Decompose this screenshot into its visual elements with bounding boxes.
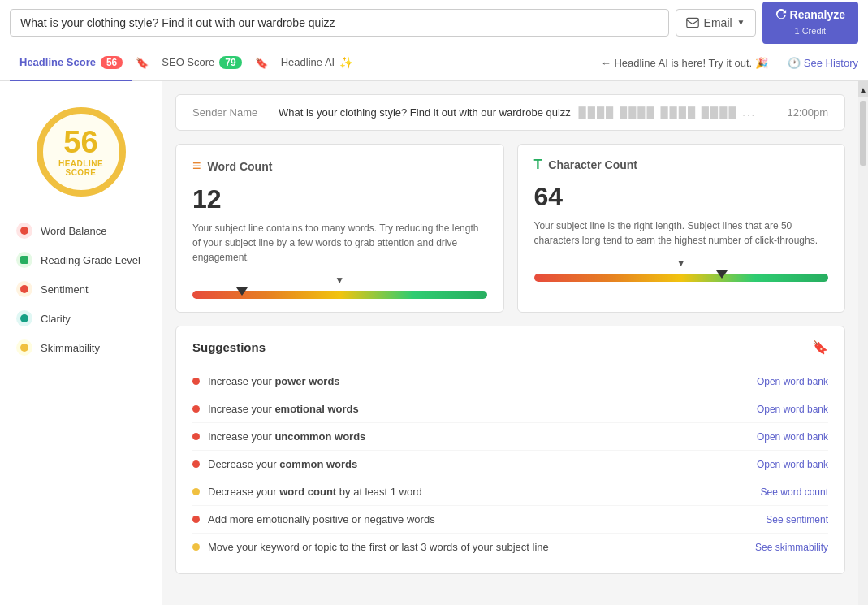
- scroll-up-button[interactable]: ▲: [858, 81, 868, 97]
- suggestion-link-6[interactable]: See sentiment: [766, 514, 828, 525]
- suggestion-text-2: Increase your emotional words: [208, 403, 359, 415]
- svg-point-3: [20, 285, 28, 293]
- tab-bookmark-1: 🔖: [136, 57, 149, 69]
- reading-grade-icon: [16, 252, 32, 268]
- suggestions-header: Suggestions 🔖: [192, 339, 828, 355]
- character-count-card: T Character Count 64 Your subject line i…: [517, 144, 846, 313]
- suggestion-left-4: Decrease your common words: [192, 458, 357, 470]
- score-label: HEADLINESCORE: [58, 159, 103, 177]
- reanalyze-label: Reanalyze: [790, 8, 845, 22]
- see-history-label: See History: [804, 57, 858, 69]
- suggestion-link-3[interactable]: Open word bank: [757, 431, 828, 443]
- suggestions-card: Suggestions 🔖 Increase your power words …: [175, 326, 845, 574]
- tab-seo-score[interactable]: SEO Score 79: [152, 45, 251, 81]
- headline-ai-notice: ← Headline AI is here! Try it out. 🎉: [601, 57, 768, 69]
- suggestion-item-4: Decrease your common words Open word ban…: [192, 451, 828, 478]
- sidebar-item-sentiment[interactable]: Sentiment: [0, 274, 162, 304]
- word-balance-label: Word Balance: [41, 225, 106, 237]
- sidebar: 56 HEADLINESCORE Word Balance Reading Gr…: [0, 81, 162, 605]
- dot-1: [192, 378, 200, 385]
- top-bar: Email ▼ Reanalyze 1 Credit: [0, 0, 868, 45]
- content-area: Sender Name What is your clothing style?…: [162, 81, 858, 605]
- refresh-icon: [775, 9, 787, 20]
- reanalyze-button[interactable]: Reanalyze 1 Credit: [762, 2, 858, 44]
- email-button[interactable]: Email ▼: [676, 9, 756, 37]
- scrollbar[interactable]: ▲: [858, 81, 868, 605]
- main-content: 56 HEADLINESCORE Word Balance Reading Gr…: [0, 81, 868, 605]
- tab-bookmark-2: 🔖: [255, 57, 268, 69]
- word-count-desc: Your subject line contains too many word…: [192, 221, 487, 265]
- tab-headline-label: Headline Score: [19, 56, 96, 68]
- char-count-indicator: [716, 270, 728, 279]
- email-preview: Sender Name What is your clothing style?…: [175, 94, 845, 131]
- skimmability-label: Skimmability: [41, 342, 100, 354]
- char-count-header: T Character Count: [534, 158, 829, 172]
- dot-5: [192, 488, 200, 495]
- skimmability-icon: [16, 339, 32, 356]
- suggestion-item-7: Move your keyword or topic to the first …: [192, 534, 828, 560]
- chevron-down-icon: ▼: [737, 18, 745, 27]
- sender-label: Sender Name: [192, 106, 266, 119]
- svg-point-4: [20, 314, 28, 322]
- word-count-card: ≡ Word Count 12 Your subject line contai…: [175, 144, 504, 313]
- dot-3: [192, 433, 200, 440]
- suggestion-left-3: Increase your uncommon words: [192, 430, 365, 443]
- suggestion-link-7[interactable]: See skimmability: [755, 542, 828, 553]
- sidebar-item-skimmability[interactable]: Skimmability: [0, 333, 162, 362]
- suggestion-item-1: Increase your power words Open word bank: [192, 368, 828, 395]
- word-count-header: ≡ Word Count: [192, 158, 487, 175]
- char-count-arrow: ▼: [534, 257, 829, 269]
- svg-point-1: [20, 227, 28, 235]
- search-input[interactable]: [10, 9, 669, 37]
- suggestion-left-1: Increase your power words: [192, 375, 340, 387]
- headline-score-circle: 56 HEADLINESCORE: [37, 107, 126, 197]
- email-label: Email: [704, 16, 732, 29]
- svg-rect-0: [686, 18, 697, 27]
- suggestion-left-7: Move your keyword or topic to the first …: [192, 541, 549, 553]
- clarity-label: Clarity: [41, 313, 71, 325]
- tab-headline-ai-label: Headline AI: [281, 56, 335, 68]
- sidebar-item-reading-grade[interactable]: Reading Grade Level: [0, 245, 162, 274]
- suggestion-text-1: Increase your power words: [208, 375, 340, 387]
- suggestion-link-5[interactable]: See word count: [761, 486, 828, 498]
- tab-seo-label: SEO Score: [162, 56, 214, 68]
- suggestion-text-5: Decrease your word count by at least 1 w…: [208, 486, 422, 498]
- suggestion-text-4: Decrease your common words: [208, 458, 357, 470]
- list-icon: ≡: [192, 158, 201, 175]
- dot-6: [192, 516, 200, 523]
- char-count-bar: [534, 274, 829, 282]
- suggestion-item-5: Decrease your word count by at least 1 w…: [192, 478, 828, 506]
- char-count-number: 64: [534, 182, 829, 212]
- word-count-number: 12: [192, 184, 487, 214]
- suggestion-text-7: Move your keyword or topic to the first …: [208, 541, 549, 553]
- sidebar-item-clarity[interactable]: Clarity: [0, 304, 162, 333]
- suggestion-left-6: Add more emotionally positive or negativ…: [192, 513, 435, 525]
- clarity-icon: [16, 310, 32, 326]
- suggestion-text-3: Increase your uncommon words: [208, 430, 365, 443]
- history-icon: 🕐: [788, 57, 801, 69]
- suggestion-text-6: Add more emotionally positive or negativ…: [208, 513, 435, 525]
- tab-bar: Headline Score 56 🔖 SEO Score 79 🔖 Headl…: [0, 45, 868, 81]
- word-count-title: Word Count: [208, 160, 273, 173]
- dot-2: [192, 405, 200, 413]
- score-number: 56: [63, 127, 97, 158]
- see-history-link[interactable]: 🕐 See History: [788, 57, 858, 69]
- email-subject-text: What is your clothing style? Find it out…: [279, 106, 571, 119]
- scroll-thumb[interactable]: [860, 101, 866, 166]
- reading-grade-label: Reading Grade Level: [41, 254, 140, 266]
- word-count-arrow: ▼: [192, 274, 487, 286]
- suggestion-link-4[interactable]: Open word bank: [757, 459, 828, 470]
- suggestion-link-1[interactable]: Open word bank: [757, 376, 828, 387]
- email-icon: [686, 16, 699, 29]
- text-icon: T: [534, 158, 542, 172]
- tab-headline-score[interactable]: Headline Score 56: [10, 45, 132, 81]
- tab-headline-ai[interactable]: Headline AI ✨: [271, 45, 364, 81]
- email-blur-text: ████ ████ ████ ████ ...: [578, 106, 756, 119]
- word-balance-icon: [16, 223, 32, 239]
- sidebar-item-word-balance[interactable]: Word Balance: [0, 216, 162, 245]
- reanalyze-credit: 1 Credit: [794, 26, 826, 37]
- char-count-title: Character Count: [548, 158, 637, 171]
- suggestion-link-2[interactable]: Open word bank: [757, 404, 828, 415]
- sentiment-label: Sentiment: [41, 283, 89, 296]
- seo-score-badge: 79: [219, 56, 241, 69]
